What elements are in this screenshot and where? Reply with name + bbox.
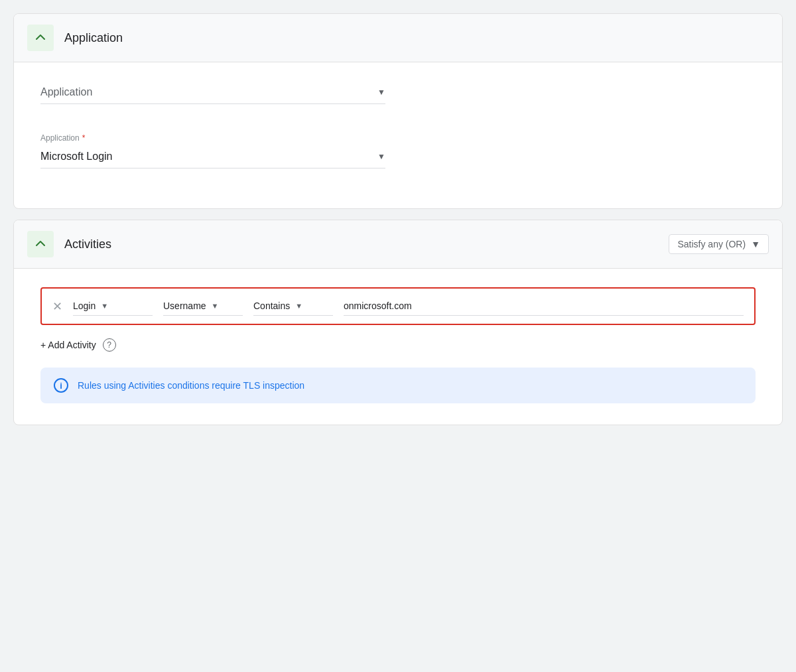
satisfy-dropdown-arrow-icon: ▼ <box>751 239 760 249</box>
add-activity-label: + Add Activity <box>40 340 96 350</box>
application-card-title: Application <box>64 31 769 45</box>
activities-card-title: Activities <box>64 237 658 251</box>
application-select-label: Application * <box>40 133 756 143</box>
satisfy-dropdown-value: Satisfy any (OR) <box>677 239 746 249</box>
activities-collapse-button[interactable] <box>27 231 54 257</box>
application-collapse-button[interactable] <box>27 25 54 51</box>
application-select-arrow-icon: ▼ <box>377 152 385 161</box>
application-type-group: Application ▼ <box>40 81 756 104</box>
application-type-dropdown[interactable]: Application ▼ <box>40 81 385 104</box>
application-type-value: Application <box>40 86 92 98</box>
application-required-asterisk: * <box>82 133 86 143</box>
activity-operator-arrow-icon: ▼ <box>295 302 302 310</box>
activity-action-dropdown[interactable]: Login ▼ <box>73 297 153 316</box>
application-card-body: Application ▼ Application * Microsoft Lo… <box>14 62 782 208</box>
satisfy-dropdown[interactable]: Satisfy any (OR) ▼ <box>669 234 769 254</box>
activity-action-arrow-icon: ▼ <box>101 302 108 310</box>
tls-info-text: Rules using Activities conditions requir… <box>78 380 304 391</box>
activity-attribute-arrow-icon: ▼ <box>212 302 219 310</box>
application-card: Application Application ▼ Application * … <box>13 13 783 209</box>
help-icon: ? <box>103 338 116 352</box>
application-select-value: Microsoft Login <box>40 151 113 163</box>
info-icon: i <box>54 378 68 393</box>
activity-attribute-value: Username <box>163 301 206 311</box>
activity-operator-dropdown[interactable]: Contains ▼ <box>253 297 333 316</box>
tls-info-banner: i Rules using Activities conditions requ… <box>40 368 756 403</box>
add-activity-button[interactable]: + Add Activity ? <box>40 338 116 352</box>
activity-action-value: Login <box>73 301 96 311</box>
activity-operator-value: Contains <box>253 301 290 311</box>
application-select-dropdown[interactable]: Microsoft Login ▼ <box>40 145 385 168</box>
application-select-group: Application * Microsoft Login ▼ <box>40 133 756 168</box>
application-card-header: Application <box>14 14 782 62</box>
activities-card-body: ✕ Login ▼ Username ▼ Contains ▼ + Add Ac… <box>14 269 782 425</box>
activity-text-input[interactable] <box>344 297 744 316</box>
activities-card-header: Activities Satisfy any (OR) ▼ <box>14 220 782 269</box>
activity-attribute-dropdown[interactable]: Username ▼ <box>163 297 243 316</box>
activity-row: ✕ Login ▼ Username ▼ Contains ▼ <box>40 287 756 325</box>
application-type-arrow-icon: ▼ <box>377 88 385 97</box>
activities-card: Activities Satisfy any (OR) ▼ ✕ Login ▼ … <box>13 220 783 425</box>
activity-remove-button[interactable]: ✕ <box>52 299 62 314</box>
